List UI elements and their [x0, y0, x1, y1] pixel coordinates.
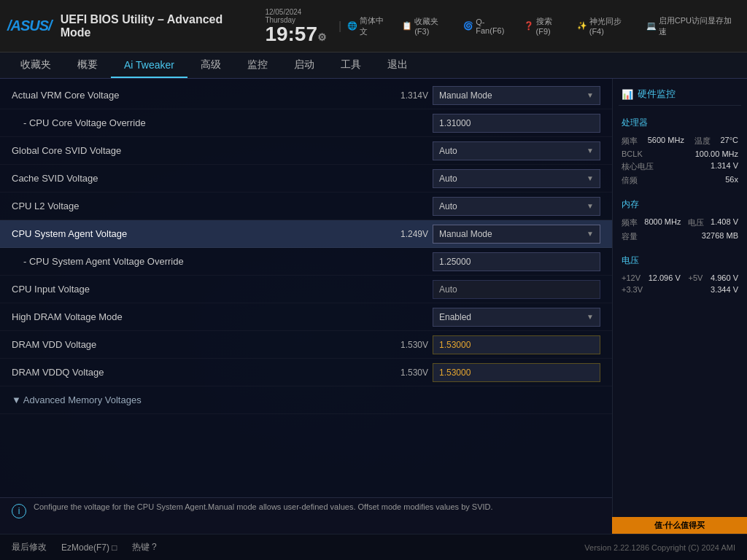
lang-button[interactable]: 🌐简体中文 [347, 15, 392, 37]
mem-cap-label: 容量 [622, 231, 638, 242]
header-title: UEFI BIOS Utility – Advanced Mode [61, 13, 257, 39]
tab-monitor[interactable]: 监控 [234, 52, 281, 79]
nav-bar: 收藏夹 概要 Ai Tweaker 高级 监控 启动 工具 退出 [0, 52, 747, 79]
sidebar-volt-title: 电压 [619, 252, 741, 269]
content-area: Actual VRM Core Voltage 1.314V Manual Mo… [0, 79, 747, 534]
dropdown-cpu-l2[interactable]: Auto ▼ [433, 197, 600, 216]
setting-row-global-svid: Global Core SVID Voltage Auto ▼ [0, 137, 612, 165]
value-dram-vddq: 1.530V [377, 368, 428, 378]
tab-overview[interactable]: 概要 [64, 52, 111, 79]
watermark: 值·什么值得买 [612, 517, 747, 534]
sidebar-multi: 倍频 56x [619, 174, 741, 187]
control-cpu-input [433, 280, 600, 299]
dropdown-global-svid-value: Auto [439, 146, 587, 156]
asus-logo: /ASUS/ [7, 18, 52, 34]
sidebar-title: 📊 硬件监控 [619, 85, 741, 106]
setting-row-cpu-sa-override: - CPU System Agent Voltage Override [0, 248, 612, 276]
setting-row-advanced-mem[interactable]: ▼ Advanced Memory Voltages [0, 386, 612, 414]
header: /ASUS/ UEFI BIOS Utility – Advanced Mode… [0, 0, 747, 52]
control-dram-vddq [433, 363, 600, 382]
watermark-text: 值·什么值得买 [618, 520, 741, 531]
dropdown-vrm-core[interactable]: Manual Mode ▼ [433, 86, 600, 105]
dropdown-high-dram[interactable]: Enabled ▼ [433, 308, 600, 327]
label-global-svid: Global Core SVID Voltage [12, 145, 377, 156]
input-cpu-sa-override[interactable] [433, 252, 600, 271]
vcore-value: 1.314 V [711, 161, 738, 172]
tab-favorites[interactable]: 收藏夹 [7, 52, 64, 79]
control-global-svid: Auto ▼ [433, 141, 600, 160]
sidebar-section-cpu: 处理器 频率 5600 MHz 温度 27°C BCLK 100.00 MHz … [619, 114, 741, 187]
dropdown-high-dram-arrow: ▼ [587, 313, 594, 321]
setting-row-cache-svid: Cache SVID Voltage Auto ▼ [0, 165, 612, 192]
bottom-actions: 最后修改 EzMode(F7) □ 热键 ? [12, 541, 157, 553]
aura-label: 神光同步(F4) [589, 16, 636, 36]
cpu-freq-value: 5600 MHz [648, 136, 684, 147]
settings-list: Actual VRM Core Voltage 1.314V Manual Mo… [0, 79, 612, 497]
mem-freq-label: 频率 [622, 217, 638, 228]
bclk-label: BCLK [622, 149, 643, 158]
main-panel: Actual VRM Core Voltage 1.314V Manual Mo… [0, 79, 612, 534]
header-top-row: 12/05/2024Thursday 19:57⚙ | 🌐简体中文 📋收藏夹(F… [265, 8, 740, 44]
setting-row-vrm-core: Actual VRM Core Voltage 1.314V Manual Mo… [0, 82, 612, 109]
dropdown-global-svid-arrow: ▼ [587, 147, 594, 155]
tab-ai-tweaker[interactable]: Ai Tweaker [111, 53, 187, 78]
sidebar-mem-freq-volt: 频率 8000 MHz 电压 1.408 V [619, 216, 741, 230]
label-high-dram: High DRAM Voltage Mode [12, 311, 377, 322]
dropdown-high-dram-value: Enabled [439, 312, 587, 322]
v33-value: 3.344 V [711, 285, 738, 294]
date-time: 12/05/2024Thursday 19:57⚙ [265, 8, 327, 44]
control-high-dram: Enabled ▼ [433, 308, 600, 327]
dropdown-cpu-sa[interactable]: Manual Mode ▼ [433, 225, 600, 244]
label-cpu-core-override: - CPU Core Voltage Override [12, 117, 377, 128]
lang-label: 简体中文 [360, 15, 392, 37]
mem-volt-label: 电压 [688, 217, 704, 228]
v5-label: +5V [688, 273, 703, 282]
sidebar-cpu-title: 处理器 [619, 114, 741, 131]
control-cache-svid: Auto ▼ [433, 169, 600, 188]
ezmode-button[interactable]: EzMode(F7) □ [61, 541, 117, 553]
control-cpu-l2: Auto ▼ [433, 197, 600, 216]
date-text: 12/05/2024Thursday [265, 8, 327, 24]
aura-button[interactable]: ✨神光同步(F4) [577, 15, 636, 37]
tab-boot[interactable]: 启动 [281, 52, 328, 79]
label-cache-svid: Cache SVID Voltage [12, 173, 377, 184]
dropdown-cache-svid[interactable]: Auto ▼ [433, 169, 600, 188]
sidebar: 📊 硬件监控 处理器 频率 5600 MHz 温度 27°C BCLK 100.… [612, 79, 747, 534]
favorites-button[interactable]: 📋收藏夹(F3) [402, 15, 453, 37]
control-cpu-sa: Manual Mode ▼ [433, 225, 600, 244]
search-button[interactable]: ❓搜索(F9) [524, 15, 567, 37]
input-cpu-input [433, 280, 600, 299]
sidebar-section-volt: 电压 +12V 12.096 V +5V 4.960 V +3.3V 3.344… [619, 252, 741, 295]
cpu-freq-label: 频率 [622, 136, 638, 147]
bottom-bar: 最后修改 EzMode(F7) □ 热键 ? Version 2.22.1286… [0, 534, 747, 560]
last-modified-button[interactable]: 最后修改 [12, 541, 47, 553]
input-dram-vdd[interactable] [433, 335, 600, 354]
sidebar-33v: +3.3V 3.344 V [619, 284, 741, 295]
dropdown-global-svid[interactable]: Auto ▼ [433, 141, 600, 160]
sidebar-12v-5v: +12V 12.096 V +5V 4.960 V [619, 272, 741, 284]
tab-exit[interactable]: 退出 [374, 52, 421, 79]
label-cpu-input: CPU Input Voltage [12, 284, 377, 295]
qfan-button[interactable]: 🌀Q-Fan(F6) [463, 15, 513, 37]
dropdown-vrm-core-value: Manual Mode [439, 90, 587, 101]
status-bar: i Configure the voltage for the CPU Syst… [0, 497, 612, 534]
hotkey-label: 热键 ? [132, 541, 157, 553]
sidebar-mem-title: 内存 [619, 196, 741, 213]
header-icons: 🌐简体中文 📋收藏夹(F3) 🌀Q-Fan(F6) ❓搜索(F9) ✨神光同步(… [347, 15, 740, 37]
cpu-mem-button[interactable]: 💻启用CPU访问显存加速 [646, 15, 740, 37]
tab-tools[interactable]: 工具 [328, 52, 374, 79]
control-cpu-sa-override [433, 252, 600, 271]
input-cpu-core-override[interactable] [433, 114, 600, 133]
label-cpu-l2: CPU L2 Voltage [12, 201, 377, 211]
dropdown-cpu-sa-arrow: ▼ [587, 230, 594, 238]
hotkey-button[interactable]: 热键 ? [132, 541, 157, 553]
cpu-temp-value: 27°C [720, 136, 738, 147]
label-advanced-mem: ▼ Advanced Memory Voltages [12, 394, 600, 405]
tab-advanced[interactable]: 高级 [187, 52, 234, 79]
value-dram-vdd: 1.530V [377, 340, 428, 350]
sidebar-vcore: 核心电压 1.314 V [619, 160, 741, 174]
input-dram-vddq[interactable] [433, 363, 600, 382]
v33-label: +3.3V [622, 285, 643, 294]
vcore-label: 核心电压 [622, 161, 654, 172]
monitor-icon: 📊 [622, 89, 633, 100]
